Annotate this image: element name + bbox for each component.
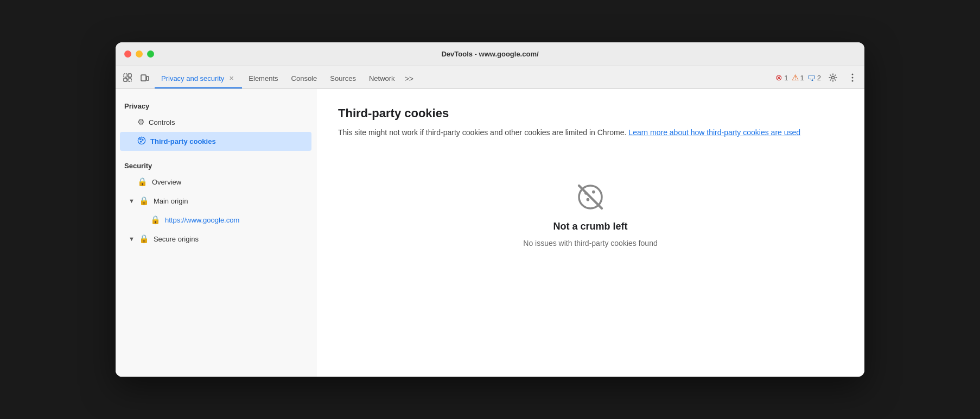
no-crumb-icon [575,182,606,214]
maximize-button[interactable] [147,50,154,58]
main-origin-arrow: ▼ [129,198,135,204]
info-icon: 🗨 [807,73,816,82]
main-origin-label: Main origin [154,197,188,205]
tab-console[interactable]: Console [285,69,324,88]
traffic-lights [124,50,154,58]
empty-state-description: No issues with third-party cookies found [523,239,657,247]
tab-elements[interactable]: Elements [242,69,284,88]
tab-label-network: Network [369,74,395,82]
controls-icon: ⚙ [137,117,144,127]
google-url-lock-icon: 🔒 [150,215,161,225]
toolbar: Privacy and security ✕ Elements Console … [116,66,864,89]
badge-group: ⊗ 1 ⚠ 1 🗨 2 [775,73,821,82]
privacy-section-header: Privacy [116,98,316,112]
settings-button[interactable] [825,70,841,85]
google-url-label: https://www.google.com [165,216,239,224]
more-options-button[interactable] [845,70,860,85]
security-section-header: Security [116,157,316,172]
minimize-button[interactable] [136,50,143,58]
page-title: Third-party cookies [338,106,843,120]
svg-rect-2 [124,78,127,81]
controls-label: Controls [149,118,175,126]
svg-point-11 [139,138,141,139]
sidebar-item-secure-origins[interactable]: ▼ 🔒 Secure origins [120,230,311,248]
warning-icon: ⚠ [792,73,799,82]
tab-sources[interactable]: Sources [323,69,362,88]
svg-rect-1 [128,74,131,77]
tab-network[interactable]: Network [362,69,402,88]
svg-point-6 [832,77,835,79]
error-icon: ⊗ [775,73,782,82]
main-origin-lock-icon: 🔒 [139,196,149,206]
sidebar: Privacy ⚙ Controls Third-party cookies [116,89,316,377]
svg-point-13 [141,141,142,142]
svg-point-17 [587,198,590,201]
secure-origins-label: Secure origins [154,235,199,243]
sidebar-item-controls[interactable]: ⚙ Controls [120,113,311,131]
devtools-window: DevTools - www.google.com/ Pr [116,42,864,377]
info-count: 2 [817,74,821,82]
learn-more-link[interactable]: Learn more about how third-party cookies… [628,128,800,137]
cookies-icon [137,136,146,147]
tab-privacy-security[interactable]: Privacy and security ✕ [155,69,242,88]
svg-point-9 [852,80,854,82]
sidebar-item-google-url[interactable]: 🔒 https://www.google.com [120,211,311,229]
toolbar-right: ⊗ 1 ⚠ 1 🗨 2 [775,70,860,85]
close-button[interactable] [124,50,131,58]
empty-state: Not a crumb left No issues with third-pa… [338,182,843,247]
empty-state-title: Not a crumb left [553,221,627,232]
warning-badge[interactable]: ⚠ 1 [792,73,804,82]
overview-lock-icon: 🔒 [137,177,148,187]
error-badge[interactable]: ⊗ 1 [775,73,788,82]
tab-label-elements: Elements [249,74,278,82]
svg-rect-3 [128,78,131,81]
content-description: This site might not work if third-party … [338,127,843,138]
sidebar-item-main-origin[interactable]: ▼ 🔒 Main origin [120,192,311,210]
third-party-cookies-label: Third-party cookies [150,137,216,145]
svg-point-7 [852,74,854,75]
svg-rect-0 [124,74,127,77]
title-bar: DevTools - www.google.com/ [116,42,864,66]
sidebar-item-overview[interactable]: 🔒 Overview [120,173,311,191]
main-content: Third-party cookies This site might not … [316,89,864,377]
overview-label: Overview [152,178,181,186]
tab-label-privacy-security: Privacy and security [161,74,224,82]
device-toggle-icon[interactable] [137,70,152,85]
select-element-icon[interactable] [120,70,135,85]
tabs: Privacy and security ✕ Elements Console … [155,69,775,88]
more-tabs-button[interactable]: >> [402,69,417,88]
error-count: 1 [784,74,788,82]
secure-origins-arrow: ▼ [129,236,135,242]
svg-point-12 [142,139,143,141]
svg-rect-4 [141,75,146,81]
tab-label-console: Console [291,74,317,82]
info-badge[interactable]: 🗨 2 [807,73,821,82]
svg-point-16 [592,191,595,194]
warning-count: 1 [800,74,804,82]
tab-label-sources: Sources [330,74,356,82]
svg-rect-5 [147,77,149,80]
content-area: Privacy ⚙ Controls Third-party cookies [116,89,864,377]
window-title: DevTools - www.google.com/ [441,50,538,58]
description-text: This site might not work if third-party … [338,128,626,137]
tab-close-privacy-security[interactable]: ✕ [227,74,236,82]
toolbar-left [120,70,152,85]
sidebar-item-third-party-cookies[interactable]: Third-party cookies [120,132,311,151]
svg-point-8 [852,77,854,79]
secure-origins-lock-icon: 🔒 [139,234,149,244]
